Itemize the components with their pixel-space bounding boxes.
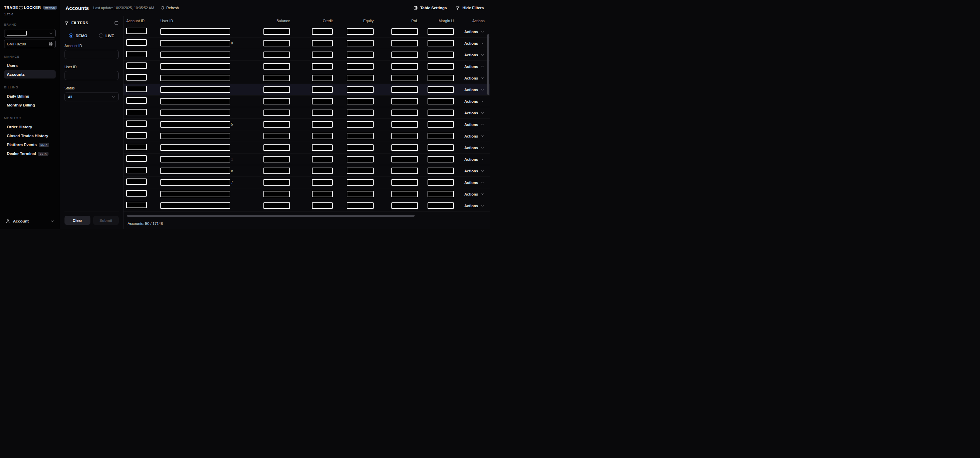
row-actions-button[interactable]: Actions	[465, 192, 485, 196]
brand-select[interactable]	[4, 29, 56, 38]
redacted-credit	[312, 75, 333, 81]
table-settings-button[interactable]: Table Settings	[413, 5, 447, 10]
row-actions-button[interactable]: Actions	[465, 53, 485, 57]
redacted-equity	[347, 86, 374, 93]
redacted-account-id	[126, 62, 147, 69]
vertical-scrollbar[interactable]	[486, 33, 490, 212]
redacted-pnl	[391, 179, 418, 186]
accounts-table: Account ID User ID Balance Credit Equity…	[124, 16, 490, 229]
table-row[interactable]: Actions	[124, 200, 490, 212]
chevron-down-icon	[480, 99, 485, 103]
redacted-pnl	[391, 40, 418, 46]
redacted-user-id	[161, 133, 230, 139]
sidebar-item-daily-billing[interactable]: Daily Billing	[4, 92, 56, 100]
redacted-equity	[347, 51, 374, 58]
sidebar-item-users[interactable]: Users	[4, 61, 56, 70]
row-actions-button[interactable]: Actions	[465, 88, 485, 92]
column-header-equity[interactable]: Equity	[333, 19, 374, 23]
user-id-input[interactable]	[65, 71, 119, 80]
table-row[interactable]: Actions	[124, 107, 490, 119]
redacted-pnl	[391, 28, 418, 35]
column-header-account-id[interactable]: Account ID	[126, 19, 161, 23]
table-row[interactable]: eActions	[124, 165, 490, 177]
radio-demo[interactable]: DEMO	[69, 33, 88, 38]
sidebar-item-dealer-terminal[interactable]: Dealer Terminal BETA	[4, 149, 56, 157]
table-row[interactable]: Actions	[124, 84, 490, 95]
column-header-user-id[interactable]: User ID	[161, 19, 242, 23]
submit-button[interactable]: Submit	[93, 216, 119, 225]
row-actions-button[interactable]: Actions	[465, 111, 485, 115]
row-actions-button[interactable]: Actions	[465, 65, 485, 68]
timezone-control[interactable]: GMT+02:00	[4, 40, 56, 48]
redacted-credit	[312, 179, 333, 186]
table-row[interactable]: Actions	[124, 188, 490, 200]
account-id-input[interactable]	[65, 50, 119, 59]
row-actions-button[interactable]: Actions	[465, 76, 485, 80]
sidebar-item-platform-events[interactable]: Platform Events BETA	[4, 141, 56, 149]
redacted-balance	[263, 86, 290, 93]
table-row[interactable]: Actions	[124, 72, 490, 84]
hide-filters-button[interactable]: Hide Filters	[455, 6, 484, 10]
column-header-credit[interactable]: Credit	[290, 19, 333, 23]
brand-name-part1: TRADE	[4, 5, 18, 10]
redacted-balance	[263, 51, 290, 58]
user-id-overflow-text: 7	[231, 181, 233, 184]
clear-button[interactable]: Clear	[65, 216, 91, 225]
row-actions-button[interactable]: Actions	[465, 181, 485, 184]
sidebar-item-label: Daily Billing	[7, 94, 29, 98]
table-row[interactable]: 7Actions	[124, 177, 490, 188]
radio-live-circle	[99, 33, 103, 38]
chevron-down-icon	[480, 30, 485, 34]
grid-icon[interactable]	[49, 42, 53, 46]
redacted-user-id	[161, 168, 230, 174]
column-header-margin-used[interactable]: Margin U	[418, 19, 454, 23]
redacted-margin-used	[428, 179, 454, 186]
redacted-pnl	[391, 168, 418, 174]
row-actions-button[interactable]: Actions	[465, 99, 485, 103]
redacted-credit	[312, 202, 333, 209]
row-actions-button[interactable]: Actions	[465, 122, 485, 127]
redacted-credit	[312, 156, 333, 162]
row-actions-button[interactable]: Actions	[465, 41, 485, 45]
table-row[interactable]: Actions	[124, 26, 490, 38]
row-actions-button[interactable]: Actions	[465, 30, 485, 34]
redacted-credit	[312, 121, 333, 128]
row-actions-button[interactable]: Actions	[465, 157, 485, 161]
refresh-label: Refresh	[166, 6, 179, 10]
vertical-scrollbar-thumb[interactable]	[487, 34, 489, 95]
table-row[interactable]: Actions	[124, 95, 490, 107]
sidebar-item-monthly-billing[interactable]: Monthly Billing	[4, 101, 56, 109]
collapse-panel-icon[interactable]	[114, 21, 119, 25]
table-row[interactable]: 0Actions	[124, 38, 490, 49]
redacted-balance	[263, 145, 290, 151]
refresh-button[interactable]: Refresh	[161, 6, 179, 10]
table-row[interactable]: Actions	[124, 49, 490, 61]
table-row[interactable]: 5Actions	[124, 119, 490, 130]
chevron-down-icon	[480, 111, 485, 115]
redacted-pnl	[391, 145, 418, 151]
redacted-balance	[263, 191, 290, 197]
column-header-pnl[interactable]: PnL	[374, 19, 418, 23]
horizontal-scrollbar-thumb[interactable]	[127, 215, 415, 217]
sidebar-item-label: Dealer Terminal	[7, 151, 36, 156]
table-row[interactable]: Actions	[124, 130, 490, 142]
user-id-overflow-text: 0	[231, 41, 233, 45]
chevron-down-icon	[480, 204, 485, 208]
row-actions-button[interactable]: Actions	[465, 134, 485, 138]
table-settings-icon	[413, 5, 418, 10]
table-row[interactable]: 1Actions	[124, 154, 490, 165]
row-actions-button[interactable]: Actions	[465, 204, 485, 208]
horizontal-scrollbar[interactable]	[127, 214, 487, 218]
sidebar-item-accounts[interactable]: Accounts	[4, 70, 56, 78]
sidebar-item-closed-trades-history[interactable]: Closed Trades History	[4, 132, 56, 140]
sidebar-item-order-history[interactable]: Order History	[4, 123, 56, 131]
radio-live[interactable]: LIVE	[99, 33, 114, 38]
table-row[interactable]: Actions	[124, 61, 490, 72]
page-header: Accounts Last update: 10/23/2025, 10:35:…	[60, 0, 490, 16]
table-row[interactable]: Actions	[124, 142, 490, 154]
column-header-balance[interactable]: Balance	[242, 19, 290, 23]
row-actions-button[interactable]: Actions	[465, 146, 485, 150]
row-actions-button[interactable]: Actions	[465, 169, 485, 173]
status-select[interactable]: All	[65, 92, 119, 101]
account-menu[interactable]: Account	[4, 217, 56, 226]
